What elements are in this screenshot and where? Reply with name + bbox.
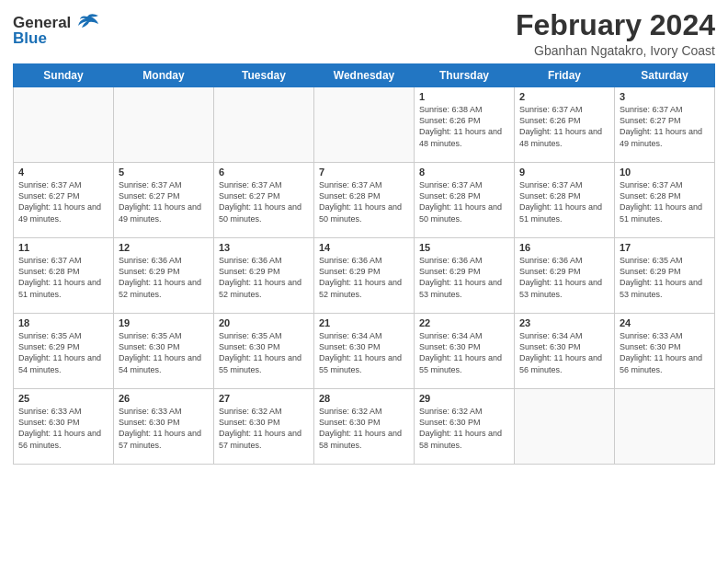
day-info: Sunrise: 6:35 AM Sunset: 6:29 PM Dayligh… (18, 330, 108, 375)
calendar-cell: 7Sunrise: 6:37 AM Sunset: 6:28 PM Daylig… (314, 163, 415, 238)
day-info: Sunrise: 6:34 AM Sunset: 6:30 PM Dayligh… (319, 330, 409, 375)
calendar-cell: 28Sunrise: 6:32 AM Sunset: 6:30 PM Dayli… (314, 389, 415, 465)
calendar-week-2: 4Sunrise: 6:37 AM Sunset: 6:27 PM Daylig… (14, 163, 715, 238)
calendar-cell: 3Sunrise: 6:37 AM Sunset: 6:27 PM Daylig… (615, 87, 715, 163)
calendar-cell: 10Sunrise: 6:37 AM Sunset: 6:28 PM Dayli… (615, 163, 715, 238)
day-info: Sunrise: 6:34 AM Sunset: 6:30 PM Dayligh… (519, 330, 609, 375)
day-number: 19 (119, 317, 209, 328)
day-number: 27 (219, 393, 309, 404)
day-number: 6 (219, 167, 309, 178)
day-info: Sunrise: 6:37 AM Sunset: 6:28 PM Dayligh… (620, 179, 710, 224)
calendar-cell: 9Sunrise: 6:37 AM Sunset: 6:28 PM Daylig… (515, 163, 615, 238)
calendar-cell: 21Sunrise: 6:34 AM Sunset: 6:30 PM Dayli… (314, 314, 415, 389)
calendar-week-3: 11Sunrise: 6:37 AM Sunset: 6:28 PM Dayli… (14, 238, 715, 314)
day-number: 18 (18, 317, 108, 328)
page: General Blue February 2024 Gbanhan Ngata… (0, 0, 728, 563)
calendar-header-row: SundayMondayTuesdayWednesdayThursdayFrid… (14, 64, 715, 87)
day-info: Sunrise: 6:36 AM Sunset: 6:29 PM Dayligh… (419, 255, 509, 300)
day-number: 20 (219, 317, 309, 328)
logo-icon (73, 13, 100, 33)
day-info: Sunrise: 6:33 AM Sunset: 6:30 PM Dayligh… (119, 406, 209, 451)
day-info: Sunrise: 6:37 AM Sunset: 6:28 PM Dayligh… (519, 179, 609, 224)
logo: General Blue (13, 13, 100, 48)
day-info: Sunrise: 6:36 AM Sunset: 6:29 PM Dayligh… (119, 255, 209, 300)
calendar-cell: 12Sunrise: 6:36 AM Sunset: 6:29 PM Dayli… (114, 238, 214, 314)
day-info: Sunrise: 6:37 AM Sunset: 6:26 PM Dayligh… (519, 104, 609, 149)
calendar-cell: 18Sunrise: 6:35 AM Sunset: 6:29 PM Dayli… (14, 314, 114, 389)
calendar-cell: 11Sunrise: 6:37 AM Sunset: 6:28 PM Dayli… (14, 238, 114, 314)
calendar-week-1: 1Sunrise: 6:38 AM Sunset: 6:26 PM Daylig… (14, 87, 715, 163)
calendar-week-5: 25Sunrise: 6:33 AM Sunset: 6:30 PM Dayli… (14, 389, 715, 465)
day-info: Sunrise: 6:37 AM Sunset: 6:27 PM Dayligh… (119, 179, 209, 224)
subtitle: Gbanhan Ngatakro, Ivory Coast (516, 43, 715, 58)
day-number: 26 (119, 393, 209, 404)
day-info: Sunrise: 6:37 AM Sunset: 6:27 PM Dayligh… (219, 179, 309, 224)
day-number: 7 (319, 167, 409, 178)
day-number: 25 (18, 393, 108, 404)
day-number: 22 (419, 317, 509, 328)
day-number: 8 (419, 167, 509, 178)
day-number: 29 (419, 393, 509, 404)
calendar-cell: 25Sunrise: 6:33 AM Sunset: 6:30 PM Dayli… (14, 389, 114, 465)
calendar-cell: 20Sunrise: 6:35 AM Sunset: 6:30 PM Dayli… (214, 314, 314, 389)
calendar-header-friday: Friday (515, 64, 615, 87)
day-number: 4 (18, 167, 108, 178)
day-info: Sunrise: 6:35 AM Sunset: 6:29 PM Dayligh… (620, 255, 710, 300)
day-info: Sunrise: 6:32 AM Sunset: 6:30 PM Dayligh… (319, 406, 409, 451)
day-number: 3 (620, 91, 710, 102)
calendar-table: SundayMondayTuesdayWednesdayThursdayFrid… (13, 63, 715, 465)
calendar-header-thursday: Thursday (415, 64, 515, 87)
day-number: 17 (620, 242, 710, 253)
day-number: 2 (519, 91, 609, 102)
day-number: 1 (419, 91, 509, 102)
calendar-cell: 2Sunrise: 6:37 AM Sunset: 6:26 PM Daylig… (515, 87, 615, 163)
day-number: 10 (620, 167, 710, 178)
calendar-header-tuesday: Tuesday (214, 64, 314, 87)
calendar-header-saturday: Saturday (615, 64, 715, 87)
calendar-cell: 15Sunrise: 6:36 AM Sunset: 6:29 PM Dayli… (415, 238, 515, 314)
day-info: Sunrise: 6:36 AM Sunset: 6:29 PM Dayligh… (219, 255, 309, 300)
day-number: 23 (519, 317, 609, 328)
day-info: Sunrise: 6:33 AM Sunset: 6:30 PM Dayligh… (620, 330, 710, 375)
calendar-cell: 8Sunrise: 6:37 AM Sunset: 6:28 PM Daylig… (415, 163, 515, 238)
calendar-cell: 6Sunrise: 6:37 AM Sunset: 6:27 PM Daylig… (214, 163, 314, 238)
day-number: 11 (18, 242, 108, 253)
calendar-cell: 4Sunrise: 6:37 AM Sunset: 6:27 PM Daylig… (14, 163, 114, 238)
day-info: Sunrise: 6:34 AM Sunset: 6:30 PM Dayligh… (419, 330, 509, 375)
calendar-cell (314, 87, 415, 163)
day-info: Sunrise: 6:35 AM Sunset: 6:30 PM Dayligh… (219, 330, 309, 375)
header: General Blue February 2024 Gbanhan Ngata… (13, 9, 715, 58)
day-info: Sunrise: 6:36 AM Sunset: 6:29 PM Dayligh… (519, 255, 609, 300)
calendar-cell (515, 389, 615, 465)
calendar-cell (214, 87, 314, 163)
day-info: Sunrise: 6:32 AM Sunset: 6:30 PM Dayligh… (419, 406, 509, 451)
day-number: 28 (319, 393, 409, 404)
day-info: Sunrise: 6:38 AM Sunset: 6:26 PM Dayligh… (419, 104, 509, 149)
calendar-header-wednesday: Wednesday (314, 64, 415, 87)
day-number: 13 (219, 242, 309, 253)
calendar-cell: 22Sunrise: 6:34 AM Sunset: 6:30 PM Dayli… (415, 314, 515, 389)
calendar-cell: 19Sunrise: 6:35 AM Sunset: 6:30 PM Dayli… (114, 314, 214, 389)
main-title: February 2024 (516, 9, 715, 41)
calendar-cell (114, 87, 214, 163)
calendar-cell: 17Sunrise: 6:35 AM Sunset: 6:29 PM Dayli… (615, 238, 715, 314)
title-block: February 2024 Gbanhan Ngatakro, Ivory Co… (516, 9, 715, 58)
calendar-cell (615, 389, 715, 465)
day-info: Sunrise: 6:33 AM Sunset: 6:30 PM Dayligh… (18, 406, 108, 451)
day-number: 15 (419, 242, 509, 253)
calendar-cell (14, 87, 114, 163)
day-info: Sunrise: 6:37 AM Sunset: 6:28 PM Dayligh… (18, 255, 108, 300)
day-info: Sunrise: 6:35 AM Sunset: 6:30 PM Dayligh… (119, 330, 209, 375)
calendar-cell: 27Sunrise: 6:32 AM Sunset: 6:30 PM Dayli… (214, 389, 314, 465)
day-number: 21 (319, 317, 409, 328)
calendar-cell: 1Sunrise: 6:38 AM Sunset: 6:26 PM Daylig… (415, 87, 515, 163)
calendar-cell: 26Sunrise: 6:33 AM Sunset: 6:30 PM Dayli… (114, 389, 214, 465)
day-info: Sunrise: 6:32 AM Sunset: 6:30 PM Dayligh… (219, 406, 309, 451)
day-number: 14 (319, 242, 409, 253)
day-number: 5 (119, 167, 209, 178)
calendar-cell: 29Sunrise: 6:32 AM Sunset: 6:30 PM Dayli… (415, 389, 515, 465)
day-info: Sunrise: 6:37 AM Sunset: 6:27 PM Dayligh… (18, 179, 108, 224)
calendar-cell: 24Sunrise: 6:33 AM Sunset: 6:30 PM Dayli… (615, 314, 715, 389)
day-number: 16 (519, 242, 609, 253)
calendar-cell: 5Sunrise: 6:37 AM Sunset: 6:27 PM Daylig… (114, 163, 214, 238)
